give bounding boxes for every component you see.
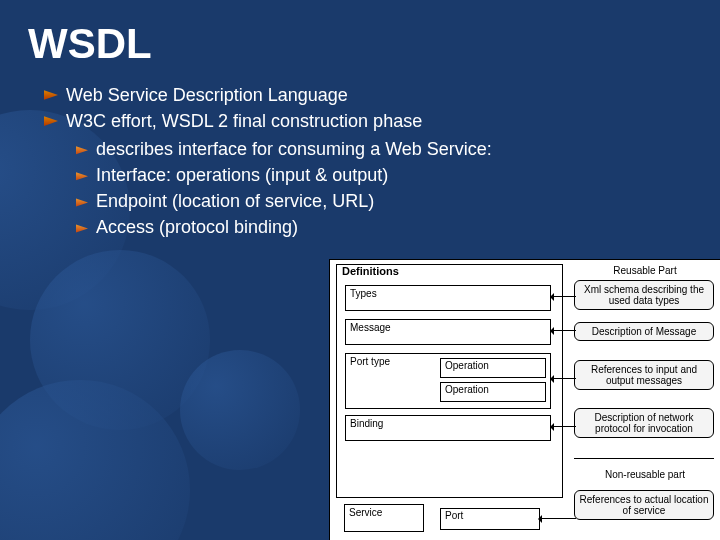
operation-box: Operation [440, 358, 546, 378]
bullet-list: Web Service Description Language W3C eff… [0, 82, 720, 241]
definitions-title: Definitions [336, 264, 405, 278]
list-item: Web Service Description Language [44, 82, 720, 108]
port-box: Port [440, 508, 540, 530]
desc-xml: Xml schema describing the used data type… [574, 280, 714, 310]
arrow-icon [540, 518, 576, 519]
nonreusable-label: Non-reusable part [576, 466, 714, 483]
operation-box: Operation [440, 382, 546, 402]
divider [574, 458, 714, 459]
desc-network: Description of network protocol for invo… [574, 408, 714, 438]
arrow-icon [552, 378, 576, 379]
definitions-box: Definitions Types Message Port type Oper… [336, 264, 563, 498]
list-item: Access (protocol binding) [76, 214, 720, 240]
list-item: Interface: operations (input & output) [76, 162, 720, 188]
service-box: Service [344, 504, 424, 532]
message-box: Message [345, 319, 551, 345]
types-box: Types [345, 285, 551, 311]
desc-location: References to actual location of service [574, 490, 714, 520]
list-item: W3C effort, WSDL 2 final construction ph… [44, 108, 720, 240]
arrow-icon [552, 296, 576, 297]
porttype-box: Port type Operation Operation [345, 353, 551, 409]
list-item: describes interface for consuming a Web … [76, 136, 720, 162]
desc-message: Description of Message [574, 322, 714, 341]
list-item: Endpoint (location of service, URL) [76, 188, 720, 214]
arrow-icon [552, 426, 576, 427]
slide-title: WSDL [0, 0, 720, 68]
binding-box: Binding [345, 415, 551, 441]
reusable-label: Reusable Part [576, 262, 714, 279]
wsdl-diagram: Definitions Types Message Port type Oper… [329, 259, 720, 540]
desc-refs: References to input and output messages [574, 360, 714, 390]
arrow-icon [552, 330, 576, 331]
